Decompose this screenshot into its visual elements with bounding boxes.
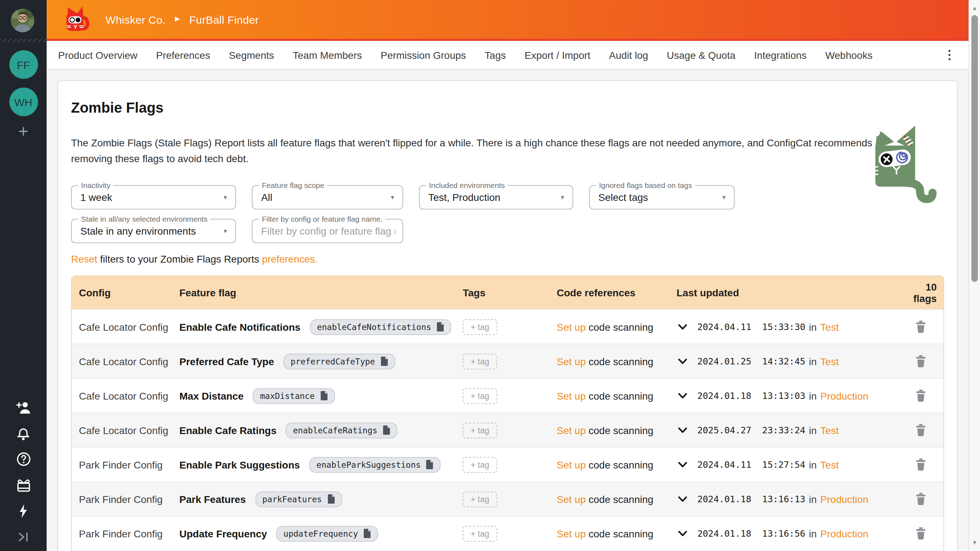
delete-flag-trash-icon[interactable]	[915, 459, 926, 471]
expand-row-chevron-icon[interactable]	[678, 427, 687, 433]
scrollbar-thumb[interactable]	[971, 15, 978, 282]
flag-key-chip[interactable]: enableCafeNotifications	[310, 319, 452, 335]
workspace-button[interactable]: FF	[9, 50, 38, 79]
setup-code-scanning-link[interactable]: Set up	[557, 321, 586, 333]
setup-code-scanning-link[interactable]: Set up	[557, 390, 586, 401]
flag-key-chip[interactable]: enableCafeRatings	[286, 422, 398, 438]
nav-tab[interactable]: Segments	[229, 49, 274, 61]
expand-sidebar-icon[interactable]	[14, 527, 33, 546]
delete-flag-trash-icon[interactable]	[915, 321, 926, 333]
flag-key-chip[interactable]: maxDistance	[253, 388, 335, 404]
nav-tab[interactable]: Permission Groups	[380, 49, 466, 61]
scroll-up-arrow[interactable]: ▲	[969, 5, 980, 11]
config-name: Park Finder Config	[79, 528, 179, 539]
copy-icon[interactable]	[426, 460, 434, 469]
flag-key-chip[interactable]: enableParkSuggestions	[309, 457, 441, 473]
nav-tab[interactable]: Integrations	[754, 49, 807, 61]
add-tag-button[interactable]: + tag	[463, 354, 497, 369]
expand-row-chevron-icon[interactable]	[678, 393, 687, 398]
setup-code-scanning-link[interactable]: Set up	[557, 424, 586, 436]
delete-flag-trash-icon[interactable]	[915, 355, 926, 367]
lightning-icon[interactable]	[14, 502, 33, 520]
flag-key-chip[interactable]: parkFeatures	[255, 491, 342, 507]
last-updated-timestamp: 2024.04.11 15:33:30	[697, 322, 805, 332]
environments-select[interactable]: Included environments Test, Production ▼	[419, 185, 573, 210]
environment-link[interactable]: Test	[820, 459, 838, 470]
setup-code-scanning-link[interactable]: Set up	[557, 493, 586, 505]
environments-label: Included environments	[426, 181, 508, 190]
help-icon[interactable]	[14, 450, 33, 468]
user-avatar[interactable]	[11, 9, 35, 32]
inactivity-select[interactable]: Inactivity 1 week ▼	[71, 185, 236, 210]
nav-tab[interactable]: Audit log	[609, 49, 648, 61]
overflow-menu-icon[interactable]: ⋮	[939, 47, 960, 62]
copy-icon[interactable]	[363, 529, 371, 538]
delete-flag-trash-icon[interactable]	[915, 424, 926, 436]
nav-tab[interactable]: Team Members	[293, 49, 362, 61]
preferences-link[interactable]: preferences	[262, 253, 315, 265]
code-scanning-text: code scanning	[586, 528, 653, 539]
setup-code-scanning-link[interactable]: Set up	[557, 528, 586, 539]
copy-icon[interactable]	[380, 357, 388, 366]
invite-user-icon[interactable]	[14, 398, 33, 417]
nav-tab[interactable]: Preferences	[156, 49, 210, 61]
inactivity-value: 1 week	[80, 191, 112, 203]
table-row: Cafe Locator Config Preferred Cafe Type …	[72, 344, 943, 378]
add-workspace-button[interactable]: +	[0, 121, 47, 142]
delete-flag-trash-icon[interactable]	[915, 527, 926, 540]
add-tag-button[interactable]: + tag	[463, 457, 497, 473]
add-tag-button[interactable]: + tag	[463, 388, 497, 404]
expand-row-chevron-icon[interactable]	[678, 358, 687, 364]
add-tag-button[interactable]: + tag	[463, 422, 497, 438]
environment-link[interactable]: Test	[820, 355, 838, 367]
add-tag-button[interactable]: + tag	[463, 526, 497, 541]
copy-icon[interactable]	[436, 322, 444, 331]
nav-tab[interactable]: Export / Import	[525, 49, 590, 61]
expand-row-chevron-icon[interactable]	[678, 462, 687, 467]
environment-link[interactable]: Test	[820, 321, 838, 333]
expand-row-chevron-icon[interactable]	[678, 530, 687, 536]
reset-filters-link[interactable]: Reset	[71, 253, 97, 265]
name-filter-input[interactable]	[261, 225, 395, 237]
header-feature-flag: Feature flag	[179, 287, 463, 298]
nav-tab[interactable]: Usage & Quota	[667, 49, 735, 61]
delete-flag-trash-icon[interactable]	[915, 493, 926, 505]
delete-flag-trash-icon[interactable]	[915, 390, 926, 402]
add-tag-button[interactable]: + tag	[463, 491, 497, 507]
top-bar: Whisker Co. ▶ FurBall Finder	[47, 0, 969, 41]
feature-flag-name: Preferred Cafe Type	[179, 355, 274, 367]
configcat-logo-icon[interactable]	[62, 6, 92, 33]
flag-key-chip[interactable]: preferredCafeType	[283, 354, 395, 369]
nav-tab[interactable]: Product Overview	[58, 49, 137, 61]
ignored-tags-select[interactable]: Ignored flags based on tags Select tags …	[589, 185, 735, 210]
in-word: in	[809, 493, 817, 505]
breadcrumb-org[interactable]: Whisker Co.	[105, 13, 166, 25]
notifications-bell-icon[interactable]	[14, 424, 33, 443]
table-row: Cafe Locator Config Enable Cafe Notifica…	[72, 309, 943, 344]
flag-key: preferredCafeType	[291, 356, 375, 366]
flag-scope-select[interactable]: Feature flag scope All ▼	[252, 185, 403, 210]
scroll-down-arrow[interactable]: ▼	[969, 540, 980, 546]
nav-tab[interactable]: Tags	[485, 49, 506, 61]
environment-link[interactable]: Production	[820, 390, 869, 401]
whats-new-gift-icon[interactable]	[14, 476, 33, 494]
scrollbar[interactable]: ▲ ▼	[969, 0, 980, 551]
stale-mode-select[interactable]: Stale in all/any selected environments S…	[71, 219, 236, 243]
breadcrumb-product[interactable]: FurBall Finder	[189, 13, 259, 25]
table-row: Park Finder Config Enable Park Suggestio…	[72, 447, 943, 481]
copy-icon[interactable]	[327, 494, 335, 504]
setup-code-scanning-link[interactable]: Set up	[557, 459, 586, 470]
workspace-list: FF WH	[0, 50, 47, 116]
environment-link[interactable]: Test	[820, 424, 838, 436]
environment-link[interactable]: Production	[820, 528, 869, 539]
copy-icon[interactable]	[382, 425, 390, 435]
copy-icon[interactable]	[320, 391, 328, 400]
expand-row-chevron-icon[interactable]	[678, 496, 687, 502]
flag-key-chip[interactable]: updateFrequency	[276, 526, 378, 541]
workspace-button[interactable]: WH	[9, 88, 38, 116]
expand-row-chevron-icon[interactable]	[678, 324, 687, 330]
environment-link[interactable]: Production	[820, 493, 869, 505]
add-tag-button[interactable]: + tag	[463, 319, 497, 335]
nav-tab[interactable]: Webhooks	[826, 49, 873, 61]
setup-code-scanning-link[interactable]: Set up	[557, 355, 586, 367]
